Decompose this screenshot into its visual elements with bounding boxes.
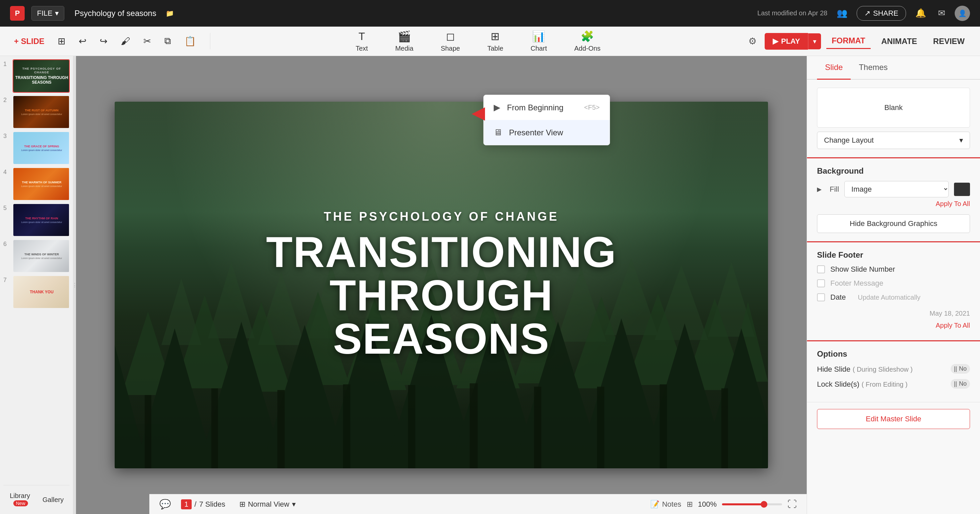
hide-background-graphics-button[interactable]: Hide Background Graphics [817, 214, 970, 233]
slide-thumbnail-1[interactable]: 1 THE PSYCHOLOGY OF CHANGE TRANSITIONING… [3, 59, 70, 93]
fill-color-box[interactable] [954, 183, 970, 196]
tab-format[interactable]: FORMAT [826, 33, 871, 49]
date-auto-label: Update Automatically [858, 294, 920, 301]
addons-tool-button[interactable]: 🧩 Add-Ons [569, 27, 606, 55]
notes-button[interactable]: 📝 Notes [650, 500, 681, 509]
toolbar-center: T Text 🎬 Media ◻ Shape ⊞ Table 📊 Chart 🧩… [210, 27, 746, 55]
shape-tool-button[interactable]: ◻ Shape [435, 27, 465, 55]
footer-message-checkbox[interactable] [817, 279, 825, 287]
date-checkbox[interactable] [817, 293, 825, 301]
show-slide-number-checkbox[interactable] [817, 265, 825, 273]
slide-footer-section: Slide Footer Show Slide Number Footer Me… [807, 242, 980, 341]
chat-button[interactable]: 💬 [159, 499, 171, 510]
avatar[interactable]: 👤 [955, 6, 970, 21]
tab-themes[interactable]: Themes [851, 56, 896, 80]
copy-button[interactable]: ⧉ [160, 33, 175, 49]
zoom-thumb[interactable] [760, 501, 767, 508]
share-button[interactable]: ↗ SHARE [857, 6, 906, 21]
undo-button[interactable]: ↩ [75, 33, 90, 49]
tab-animate[interactable]: ANIMATE [876, 34, 923, 49]
slide-image-1[interactable]: THE PSYCHOLOGY OF CHANGE TRANSITIONING T… [13, 59, 70, 93]
options-section: Options Hide Slide ( During Slideshow ) … [807, 341, 980, 402]
file-menu-button[interactable]: FILE ▾ [31, 6, 64, 21]
text-tool-button[interactable]: T Text [350, 28, 373, 55]
media-tool-button[interactable]: 🎬 Media [390, 27, 418, 55]
hide-slide-toggle[interactable]: || No [951, 364, 970, 374]
show-slide-number-row: Show Slide Number [817, 265, 970, 274]
table-icon: ⊞ [491, 30, 500, 43]
edit-master-slide-button[interactable]: Edit Master Slide [817, 409, 970, 429]
slide-image-6[interactable]: THE WINDS OF WINTER Lorem ipsum dolor si… [13, 239, 70, 273]
zoom-area: 📝 Notes ⊞ 100% ⛶ [650, 499, 797, 510]
presenter-view-item[interactable]: 🖥 Presenter View [484, 120, 610, 145]
format-painter-button[interactable]: 🖌 [117, 33, 134, 49]
play-main-button[interactable]: ▶ PLAY [765, 33, 808, 50]
slide-image-5[interactable]: THE RHYTHM OF RAIN Lorem ipsum dolor sit… [13, 203, 70, 237]
cut-button[interactable]: ✂ [139, 33, 155, 49]
people-icon[interactable]: 👥 [834, 5, 850, 21]
current-slide-number: 1 [181, 499, 192, 509]
table-tool-button[interactable]: ⊞ Table [482, 27, 509, 55]
hide-slide-row: Hide Slide ( During Slideshow ) || No [817, 364, 970, 374]
date-label: Date [830, 293, 846, 302]
canvas-area: THE PSYCHOLOGY OF CHANGE TRANSITIONING T… [76, 56, 807, 514]
bell-icon[interactable]: 🔔 [913, 5, 929, 21]
bottom-bar: 💬 1 / 7 Slides ⊞ Normal View ▾ 📝 Notes ⊞ [150, 494, 807, 514]
grid-view-button[interactable]: ⊞ [687, 500, 693, 509]
panel-tabs: Slide Themes [807, 56, 980, 80]
chart-tool-button[interactable]: 📊 Chart [525, 27, 552, 55]
slide-canvas[interactable]: THE PSYCHOLOGY OF CHANGE TRANSITIONING T… [115, 102, 768, 468]
layout-button[interactable]: ⊞ [54, 33, 69, 49]
slide-image-2[interactable]: THE RUST OF AUTUMN Lorem ipsum dolor sit… [13, 95, 70, 129]
slide-thumbnail-5[interactable]: 5 THE RHYTHM OF RAIN Lorem ipsum dolor s… [3, 203, 70, 237]
view-mode-button[interactable]: ⊞ Normal View ▾ [235, 497, 300, 511]
settings-button[interactable]: ⚙ [746, 33, 759, 49]
date-value: May 18, 2021 [930, 310, 970, 317]
panel-resizer[interactable]: ⋮ [73, 56, 76, 514]
slide-thumbnail-2[interactable]: 2 THE RUST OF AUTUMN Lorem ipsum dolor s… [3, 95, 70, 129]
slide-thumbnail-6[interactable]: 6 THE WINDS OF WINTER Lorem ipsum dolor … [3, 239, 70, 273]
slide-image-7[interactable]: THANK YOU [13, 275, 70, 309]
show-slide-number-label: Show Slide Number [830, 265, 895, 274]
slide-image-4[interactable]: THE WARMTH OF SUMMER Lorem ipsum dolor s… [13, 167, 70, 201]
top-bar: P FILE ▾ Psychology of seasons 📁 Last mo… [0, 0, 980, 27]
fill-select[interactable]: Image [844, 181, 949, 197]
paste-button[interactable]: 📋 [180, 33, 200, 49]
addons-icon: 🧩 [581, 30, 594, 43]
background-title: Background [817, 166, 970, 176]
last-modified-label: Last modified on Apr 28 [757, 10, 827, 17]
slide-image-3[interactable]: THE GRACE OF SPRING Lorem ipsum dolor si… [13, 131, 70, 165]
document-title: Psychology of seasons [74, 9, 156, 18]
redo-button[interactable]: ↪ [95, 33, 111, 49]
footer-message-label: Footer Message [830, 279, 883, 288]
slide-thumbnail-4[interactable]: 4 THE WARMTH OF SUMMER Lorem ipsum dolor… [3, 167, 70, 201]
slide-subtitle: THE PSYCHOLOGY OF CHANGE [148, 210, 735, 224]
apply-to-all-link-1[interactable]: Apply To All [817, 197, 970, 210]
layout-preview: Blank [817, 88, 970, 128]
tab-review[interactable]: REVIEW [928, 34, 970, 49]
shape-icon: ◻ [446, 30, 455, 43]
lock-slide-toggle[interactable]: || No [951, 379, 970, 389]
gallery-button[interactable]: Gallery [37, 489, 70, 511]
add-slide-button[interactable]: + SLIDE [10, 34, 48, 49]
toolbar-right: ⚙ ▶ PLAY ▾ FORMAT ANIMATE REVIEW [746, 33, 970, 50]
change-layout-button[interactable]: Change Layout ▾ [817, 132, 970, 149]
play-dropdown-button[interactable]: ▾ [808, 33, 821, 49]
from-beginning-item[interactable]: ▶ From Beginning <F5> [484, 95, 610, 120]
toolbar: + SLIDE ⊞ ↩ ↪ 🖌 ✂ ⧉ 📋 T Text 🎬 Media ◻ S… [0, 27, 980, 56]
hide-slide-label: Hide Slide [817, 365, 850, 373]
presenter-icon: 🖥 [494, 127, 502, 138]
chevron-down-icon: ▾ [959, 136, 963, 145]
grid-icon: ⊞ [687, 500, 693, 509]
tab-slide[interactable]: Slide [817, 56, 851, 80]
fullscreen-button[interactable]: ⛶ [788, 499, 797, 510]
slide-thumbnail-3[interactable]: 3 THE GRACE OF SPRING Lorem ipsum dolor … [3, 131, 70, 165]
zoom-slider[interactable] [722, 503, 782, 505]
slide-thumbnail-7[interactable]: 7 THANK YOU [3, 275, 70, 309]
date-row: Date Update Automatically [817, 293, 970, 302]
layout-name: Blank [885, 103, 903, 112]
toolbar-left: + SLIDE ⊞ ↩ ↪ 🖌 ✂ ⧉ 📋 [10, 33, 210, 49]
mail-icon[interactable]: ✉ [935, 5, 948, 21]
library-button[interactable]: Library New [3, 489, 37, 511]
apply-to-all-link-2[interactable]: Apply To All [817, 319, 970, 332]
